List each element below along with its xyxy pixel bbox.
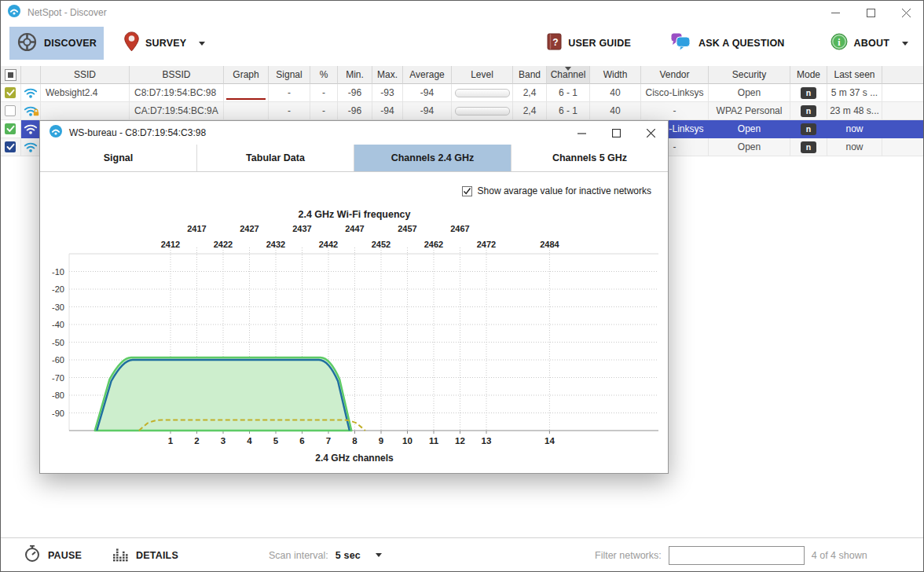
cell-vendor: Cisco-Linksys: [641, 84, 709, 102]
table-row[interactable]: CA:D7:19:54:BC:9A---96-94-942,46 - 140-W…: [0, 102, 924, 120]
column-header-mode[interactable]: Mode: [790, 66, 827, 84]
mode-badge: n: [801, 123, 816, 135]
cell-bssid: C8:D7:19:54:BC:98: [130, 84, 224, 102]
cell-ssid-value: Websight2.4: [46, 87, 98, 98]
column-header-label: SSID: [74, 69, 96, 80]
column-header-width[interactable]: Width: [590, 66, 641, 84]
column-header-signal[interactable]: Signal: [269, 66, 310, 84]
cell-mode: n: [790, 102, 827, 120]
svg-text:-10: -10: [52, 267, 64, 277]
user-guide-label: USER GUIDE: [568, 38, 631, 49]
column-header-label: BSSID: [162, 69, 190, 80]
minimize-button[interactable]: [818, 0, 853, 25]
wifi-column-header[interactable]: [21, 66, 41, 84]
svg-text:2457: 2457: [398, 224, 416, 233]
cell-max: -93: [372, 84, 403, 102]
scan-interval-value[interactable]: 5 sec: [336, 550, 361, 561]
cell-last-seen: now: [827, 138, 882, 156]
svg-text:2467: 2467: [450, 224, 469, 233]
cell-average: -94: [403, 84, 452, 102]
cell-last-seen-value: 23 m 48 s...: [830, 105, 879, 116]
cell-signal: -: [269, 102, 310, 120]
dialog-maximize-button[interactable]: [599, 121, 633, 145]
svg-text:2417: 2417: [187, 224, 206, 233]
filter-networks-input[interactable]: [669, 546, 805, 565]
row-checkbox-cell[interactable]: [0, 84, 21, 102]
main-toolbar: DISCOVER SURVEY ? USER GUIDE: [0, 25, 924, 66]
column-header-graph[interactable]: Graph: [224, 66, 269, 84]
discover-button[interactable]: DISCOVER: [9, 27, 104, 60]
pause-button[interactable]: PAUSE: [24, 538, 82, 572]
cell-vendor-value: -: [673, 105, 676, 116]
cell-mode: n: [790, 138, 827, 156]
svg-text:13: 13: [482, 436, 492, 446]
dialog-close-button[interactable]: [633, 121, 668, 145]
chevron-down-icon[interactable]: [376, 553, 382, 557]
column-header-label: Last seen: [834, 69, 874, 80]
column-header-average[interactable]: Average: [403, 66, 452, 84]
column-header-ssid[interactable]: SSID: [41, 66, 130, 84]
row-checkbox[interactable]: [5, 123, 16, 134]
details-button[interactable]: DETAILS: [112, 538, 178, 572]
row-checkbox[interactable]: [5, 141, 16, 152]
cell-level: [452, 102, 513, 120]
cell-blank: [882, 138, 924, 156]
column-header-vendor[interactable]: Vendor: [641, 66, 709, 84]
maximize-button[interactable]: [853, 0, 889, 25]
about-button[interactable]: i ABOUT: [826, 33, 913, 53]
show-average-checkbox[interactable]: Show avarage value for inactive networks: [462, 185, 651, 196]
cell-min: -96: [338, 102, 372, 120]
cell-security: WPA2 Personal: [709, 102, 790, 120]
column-header-label: Max.: [377, 69, 398, 80]
column-header-security[interactable]: Security: [709, 66, 790, 84]
user-guide-button[interactable]: ? USER GUIDE: [542, 33, 636, 53]
chevron-down-icon: [199, 42, 205, 46]
column-header-channel[interactable]: Channel: [547, 66, 590, 84]
tab-signal[interactable]: Signal: [40, 145, 197, 171]
ask-question-label: ASK A QUESTION: [698, 38, 785, 49]
dialog-title: WS-bureau - C8:D7:19:54:C3:98: [69, 127, 206, 138]
table-row[interactable]: Websight2.4C8:D7:19:54:BC:98---96-93-942…: [0, 84, 924, 102]
cell-channel: 6 - 1: [547, 84, 590, 102]
about-label: ABOUT: [854, 38, 889, 49]
cell-percent: -: [310, 102, 338, 120]
chat-bubbles-icon: [670, 32, 692, 54]
cell-blank: [882, 120, 924, 138]
svg-text:?: ?: [553, 37, 559, 48]
cell-min-value: -96: [348, 105, 361, 116]
svg-text:2: 2: [194, 436, 199, 446]
row-checkbox[interactable]: [5, 105, 16, 116]
dialog-minimize-button[interactable]: [564, 121, 599, 145]
signal-level-bar: [455, 89, 510, 97]
tab-channels-5ghz[interactable]: Channels 5 GHz: [512, 145, 668, 171]
select-all-checkbox[interactable]: [0, 66, 21, 84]
row-checkbox-cell[interactable]: [0, 138, 21, 156]
survey-button[interactable]: SURVEY: [119, 27, 210, 60]
series-active-network-signal: [95, 358, 352, 431]
column-header-min-[interactable]: Min.: [338, 66, 372, 84]
cell-signal: -: [269, 84, 310, 102]
column-header--[interactable]: %: [310, 66, 338, 84]
column-header-last-seen[interactable]: Last seen: [827, 66, 882, 84]
tab-channels-2-4ghz[interactable]: Channels 2.4 GHz: [354, 145, 512, 171]
cell-ssid: Websight2.4: [41, 84, 130, 102]
tab-tabular-data[interactable]: Tabular Data: [197, 145, 354, 171]
column-header-band[interactable]: Band: [513, 66, 547, 84]
column-header-bssid[interactable]: BSSID: [130, 66, 224, 84]
cell-max: -94: [372, 102, 403, 120]
row-checkbox-cell[interactable]: [0, 120, 21, 138]
close-button[interactable]: [889, 0, 924, 25]
cell-min-value: -96: [348, 87, 361, 98]
svg-text:-70: -70: [52, 373, 64, 383]
row-checkbox[interactable]: [5, 87, 16, 98]
ask-question-button[interactable]: ASK A QUESTION: [666, 32, 790, 54]
column-header-label: Min.: [346, 69, 364, 80]
lock-icon: [32, 108, 40, 119]
user-guide-book-icon: ?: [547, 33, 562, 53]
scan-interval-control: Scan interval: 5 sec: [269, 538, 382, 572]
cell-last-seen: 23 m 48 s...: [827, 102, 882, 120]
dialog-tab-bar: Signal Tabular Data Channels 2.4 GHz Cha…: [40, 145, 668, 172]
row-checkbox-cell[interactable]: [0, 102, 21, 120]
column-header-max-[interactable]: Max.: [372, 66, 403, 84]
column-header-level[interactable]: Level: [452, 66, 513, 84]
